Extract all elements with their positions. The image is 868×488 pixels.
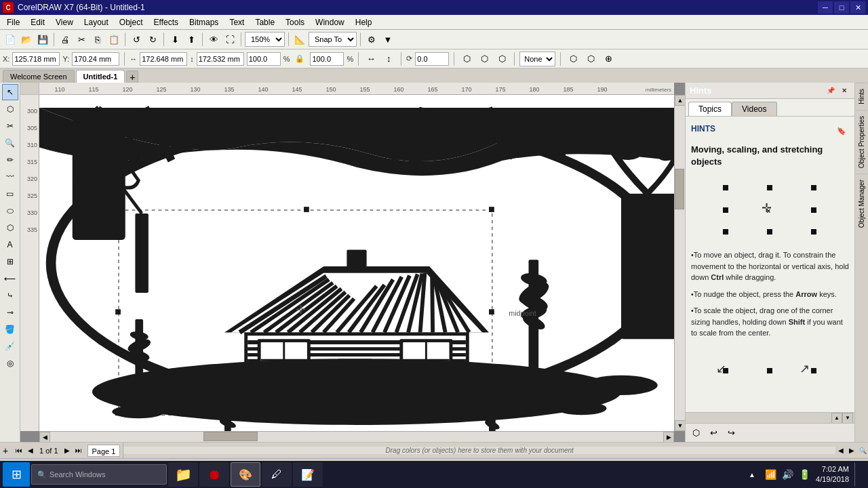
hints-tab-topics[interactable]: Topics <box>688 102 732 116</box>
group-button[interactable]: ⬡ <box>477 52 492 66</box>
color-bar-zoom[interactable]: 🔍 <box>857 445 868 456</box>
menu-view[interactable]: View <box>50 15 79 30</box>
options-button[interactable]: ⚙ <box>364 32 379 47</box>
side-tab-object-manager[interactable]: Object Manager <box>856 174 867 233</box>
save-button[interactable]: 💾 <box>35 32 50 47</box>
scale-w-input[interactable] <box>247 52 281 66</box>
taskbar-app5[interactable]: 📝 <box>293 462 323 487</box>
scroll-track[interactable] <box>675 106 685 420</box>
scroll-up-button[interactable]: ▲ <box>675 95 685 106</box>
menu-bitmaps[interactable]: Bitmaps <box>184 15 224 30</box>
export-button[interactable]: ⬆ <box>184 32 199 47</box>
lock-ratio-button[interactable]: 🔒 <box>292 52 307 66</box>
hints-forward-button[interactable]: ↩ <box>706 426 721 441</box>
panel-controls[interactable]: 📌 ✕ <box>825 85 850 97</box>
tab-add-button[interactable]: + <box>126 70 138 83</box>
scroll-thumb[interactable] <box>675 169 684 209</box>
y-input[interactable] <box>72 52 119 66</box>
first-page-button[interactable]: ⏮ <box>14 445 24 456</box>
h-input[interactable] <box>197 52 244 66</box>
hints-scroll-up[interactable]: ▲ <box>831 413 842 424</box>
snap-to-dropdown[interactable]: Snap To <box>309 32 357 47</box>
full-screen-button[interactable]: ⛶ <box>222 32 237 47</box>
misc-btn1[interactable]: ⬡ <box>566 52 580 66</box>
import-button[interactable]: ⬇ <box>167 32 182 47</box>
system-clock[interactable]: 7:02 AM 4/19/2018 <box>816 464 849 485</box>
add-page-button[interactable]: + <box>0 445 11 456</box>
menu-text[interactable]: Text <box>224 15 250 30</box>
more-button[interactable]: ▼ <box>380 32 395 47</box>
hints-forward2-button[interactable]: ↪ <box>724 426 738 441</box>
maximize-button[interactable]: □ <box>834 1 849 14</box>
scale-h-input[interactable] <box>310 52 344 66</box>
copy-button[interactable]: ⎘ <box>90 32 105 47</box>
scroll-left-button[interactable]: ◀ <box>39 432 50 442</box>
misc-btn2[interactable]: ⬡ <box>583 52 598 66</box>
snap-options-button[interactable]: 📐 <box>292 32 307 47</box>
arrange-button[interactable]: ⬡ <box>459 52 474 66</box>
artwork-svg[interactable]: ✛ midpoint <box>39 95 674 431</box>
shape-tool[interactable]: ⬡ <box>2 101 18 117</box>
hints-bookmark-button[interactable]: 🔖 <box>834 123 849 138</box>
menu-object[interactable]: Object <box>114 15 149 30</box>
print-button[interactable]: 🖨 <box>58 32 73 47</box>
zoom-tool[interactable]: 🔍 <box>2 135 18 151</box>
close-button[interactable]: ✕ <box>850 1 865 14</box>
taskbar-explorer[interactable]: 📁 <box>168 462 198 487</box>
menu-help[interactable]: Help <box>350 15 378 30</box>
blend-tool[interactable]: ⊸ <box>2 304 18 321</box>
rectangle-tool[interactable]: ▭ <box>2 186 18 202</box>
menu-file[interactable]: File <box>1 15 25 30</box>
scroll-htrack[interactable] <box>50 432 663 442</box>
misc-btn3[interactable]: ⊕ <box>601 52 616 66</box>
view-mode-button[interactable]: 👁 <box>206 32 221 47</box>
rotation-input[interactable] <box>415 52 449 66</box>
hints-scroll-down[interactable]: ▼ <box>842 413 853 424</box>
menu-tools[interactable]: Tools <box>280 15 310 30</box>
dimension-tool[interactable]: ⟵ <box>2 270 18 287</box>
color-bar-left[interactable]: ◀ <box>835 445 846 456</box>
zoom-dropdown[interactable]: 150% 100% 75% 50% 200% <box>245 32 285 47</box>
title-bar-controls[interactable]: ─ □ ✕ <box>818 1 865 14</box>
taskbar-app4[interactable]: 🖊 <box>262 462 292 487</box>
tab-untitled1[interactable]: Untitled-1 <box>76 70 125 83</box>
fill-dropdown[interactable]: None Solid <box>519 52 555 66</box>
menu-effects[interactable]: Effects <box>149 15 184 30</box>
new-button[interactable]: 📄 <box>3 32 18 47</box>
page-navigation[interactable]: ⏮ ◀ 1 of 1 ▶ ⏭ Page 1 <box>11 443 123 458</box>
color-bar-right[interactable]: ▶ <box>846 445 857 456</box>
menu-layout[interactable]: Layout <box>79 15 114 30</box>
taskbar-search[interactable]: 🔍 Search Windows <box>31 464 167 485</box>
panel-close-button[interactable]: ✕ <box>838 85 850 97</box>
freehand-tool[interactable]: ✏ <box>2 152 18 168</box>
smartdraw-tool[interactable]: 〰 <box>2 169 18 185</box>
w-input[interactable] <box>140 52 187 66</box>
tab-welcome[interactable]: Welcome Screen <box>3 70 75 83</box>
interactive-tool[interactable]: ◎ <box>2 355 18 371</box>
hints-tab-videos[interactable]: Videos <box>732 102 776 116</box>
color-eyedropper[interactable]: 💉 <box>2 338 18 354</box>
cut-button[interactable]: ✂ <box>74 32 89 47</box>
polygon-tool[interactable]: ⬡ <box>2 220 18 236</box>
hints-back-button[interactable]: ⬡ <box>688 426 703 441</box>
connector-tool[interactable]: ⤷ <box>2 287 18 304</box>
hints-scroll-bottom[interactable]: ▲ ▼ <box>686 412 854 423</box>
minimize-button[interactable]: ─ <box>818 1 833 14</box>
start-button[interactable]: ⊞ <box>3 462 30 487</box>
color-bar[interactable]: Drag colors (or objects) here to store t… <box>123 447 835 454</box>
menu-table[interactable]: Table <box>250 15 280 30</box>
paste-button[interactable]: 📋 <box>106 32 121 47</box>
text-tool[interactable]: A <box>2 237 18 253</box>
side-tab-hints[interactable]: Hints <box>856 83 867 110</box>
flip-v-button[interactable]: ↕ <box>381 52 396 66</box>
flip-h-button[interactable]: ↔ <box>363 52 378 66</box>
table-tool[interactable]: ⊞ <box>2 253 18 270</box>
undo-button[interactable]: ↺ <box>129 32 144 47</box>
horizontal-scrollbar[interactable]: ◀ ▶ <box>39 431 674 442</box>
scroll-right-button[interactable]: ▶ <box>663 432 674 442</box>
select-tool[interactable]: ↖ <box>2 84 18 100</box>
next-page-button[interactable]: ▶ <box>62 445 73 456</box>
redo-button[interactable]: ↻ <box>145 32 160 47</box>
fill-tool[interactable]: 🪣 <box>2 321 18 338</box>
ellipse-tool[interactable]: ⬭ <box>2 203 18 219</box>
